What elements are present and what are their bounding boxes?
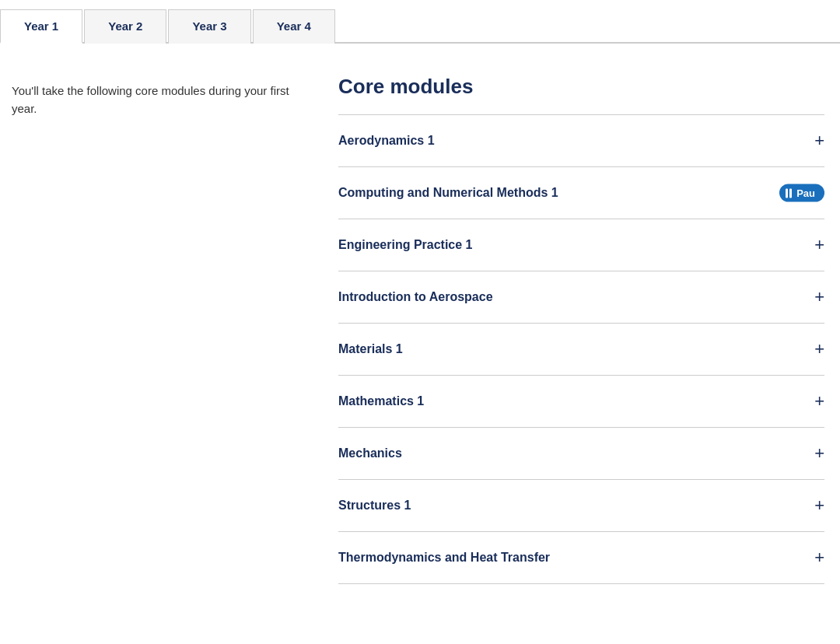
left-panel-description: You'll take the following core modules d… bbox=[12, 82, 307, 117]
module-item[interactable]: Structures 1 + bbox=[338, 480, 824, 532]
module-item[interactable]: Computing and Numerical Methods 1 Pau + bbox=[338, 167, 824, 219]
module-name: Structures 1 bbox=[338, 499, 411, 513]
module-name: Aerodynamics 1 bbox=[338, 134, 435, 148]
pause-label: Pau bbox=[796, 187, 815, 199]
tab-year4[interactable]: Year 4 bbox=[253, 9, 335, 44]
tab-year2[interactable]: Year 2 bbox=[84, 9, 166, 44]
module-item[interactable]: Introduction to Aerospace + bbox=[338, 271, 824, 324]
pause-badge: Pau bbox=[779, 184, 824, 202]
module-item[interactable]: Engineering Practice 1 + bbox=[338, 219, 824, 271]
expand-icon: + bbox=[814, 497, 824, 514]
expand-icon: + bbox=[814, 236, 824, 254]
section-title: Core modules bbox=[338, 75, 824, 99]
expand-icon: + bbox=[814, 445, 824, 462]
expand-icon: + bbox=[814, 341, 824, 358]
module-name: Mechanics bbox=[338, 446, 402, 460]
module-item[interactable]: Aerodynamics 1 + bbox=[338, 115, 824, 167]
tab-year1[interactable]: Year 1 bbox=[0, 9, 82, 44]
module-item[interactable]: Mechanics + bbox=[338, 428, 824, 480]
module-name: Engineering Practice 1 bbox=[338, 238, 473, 252]
module-item[interactable]: Materials 1 + bbox=[338, 324, 824, 376]
module-name: Computing and Numerical Methods 1 bbox=[338, 186, 558, 200]
left-panel: You'll take the following core modules d… bbox=[12, 75, 307, 584]
module-item[interactable]: Thermodynamics and Heat Transfer + bbox=[338, 532, 824, 584]
module-item[interactable]: Mathematics 1 + bbox=[338, 376, 824, 428]
expand-icon: + bbox=[814, 393, 824, 410]
module-name: Materials 1 bbox=[338, 342, 403, 356]
pause-icon bbox=[786, 188, 792, 198]
tab-year3[interactable]: Year 3 bbox=[168, 9, 250, 44]
year-tabs: Year 1 Year 2 Year 3 Year 4 bbox=[0, 0, 840, 44]
module-name: Introduction to Aerospace bbox=[338, 290, 493, 304]
right-panel: Core modules Aerodynamics 1 + Computing … bbox=[338, 75, 824, 584]
pause-bar-left bbox=[786, 188, 788, 198]
expand-icon: + bbox=[814, 132, 824, 149]
module-name: Mathematics 1 bbox=[338, 394, 424, 408]
pause-bar-right bbox=[789, 188, 792, 198]
module-name: Thermodynamics and Heat Transfer bbox=[338, 551, 550, 565]
module-list: Aerodynamics 1 + Computing and Numerical… bbox=[338, 114, 824, 584]
expand-icon: + bbox=[814, 549, 824, 566]
main-content: You'll take the following core modules d… bbox=[0, 44, 840, 615]
expand-icon: + bbox=[814, 289, 824, 306]
